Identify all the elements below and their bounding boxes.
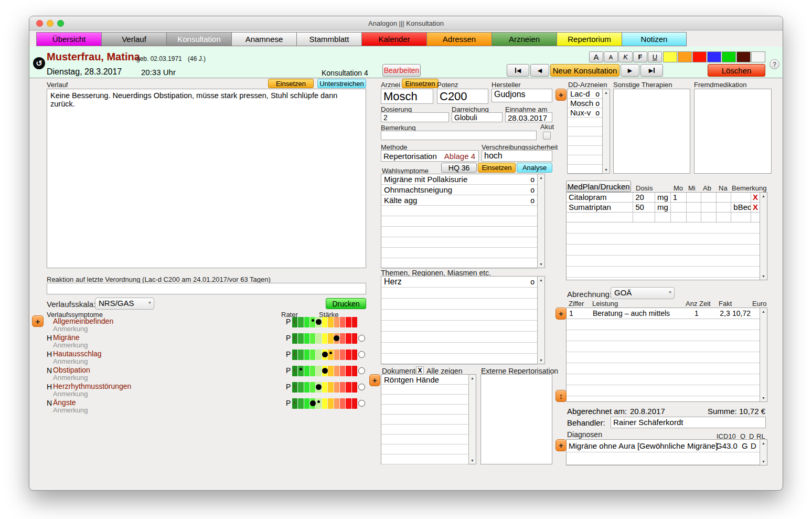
- scroll-up-icon[interactable]: ▲: [538, 277, 544, 283]
- scale-cell[interactable]: [328, 349, 333, 360]
- scroll-down-icon[interactable]: ▼: [538, 261, 544, 267]
- scale-cell[interactable]: [328, 382, 333, 393]
- severity-scale[interactable]: 1: [292, 333, 357, 344]
- arznei-einsetzen-button[interactable]: Einsetzen: [402, 79, 439, 88]
- tab-konsultation[interactable]: Konsultation: [166, 32, 231, 46]
- scale-cell[interactable]: [346, 349, 351, 360]
- help-button[interactable]: ?: [770, 59, 779, 69]
- scale-cell[interactable]: [340, 333, 345, 344]
- tab-kalender[interactable]: Kalender: [361, 32, 426, 46]
- scale-cell[interactable]: [352, 333, 357, 344]
- scale-cell[interactable]: [304, 382, 309, 393]
- arznei-field[interactable]: Mosch: [381, 89, 433, 104]
- methode-field[interactable]: Repertorisation Ablage 4: [381, 150, 479, 162]
- scale-cell[interactable]: [304, 317, 309, 327]
- list-item[interactable]: Lac-do: [568, 89, 602, 99]
- scale-cell[interactable]: 1: [292, 382, 297, 393]
- tab-adressen[interactable]: Adressen: [426, 32, 492, 46]
- neue-konsultation-button[interactable]: Neue Konsultation: [550, 64, 619, 77]
- scroll-down-icon[interactable]: ▼: [538, 357, 544, 363]
- symptom-name[interactable]: Hautausschlag: [53, 349, 102, 358]
- scrollbar[interactable]: ▲▼: [760, 308, 767, 401]
- list-item[interactable]: Ohnmachtsneigungo: [381, 185, 537, 195]
- bearbeiten-button[interactable]: Bearbeiten: [382, 64, 421, 77]
- add-leistung-button[interactable]: +: [555, 308, 567, 320]
- format-large-button[interactable]: A: [589, 51, 603, 62]
- hersteller-field[interactable]: Gudjons: [492, 89, 552, 102]
- tab-repertorium[interactable]: Repertorium: [557, 32, 622, 46]
- nav-previous-button[interactable]: ◀: [530, 64, 549, 77]
- scrollbar[interactable]: ▲▼: [537, 277, 544, 364]
- severity-scale[interactable]: 1: [292, 366, 357, 376]
- scrollbar[interactable]: ▲▼: [537, 174, 544, 268]
- verlauf-textarea[interactable]: Keine Besserung. Neuerdings Obstipation,…: [47, 89, 366, 268]
- darreichung-field[interactable]: Globuli: [452, 112, 503, 122]
- scale-cell[interactable]: [298, 317, 303, 327]
- tab-notizen[interactable]: Notizen: [622, 32, 687, 46]
- scale-cell[interactable]: [298, 366, 303, 376]
- rating-dot-current[interactable]: [322, 352, 328, 357]
- scale-cell[interactable]: [334, 349, 339, 360]
- scale-cell[interactable]: [322, 382, 327, 393]
- tab-anamnese[interactable]: Anamnese: [231, 32, 296, 46]
- symptom-note[interactable]: Anmerkung: [53, 390, 88, 398]
- format-bold-button[interactable]: F: [633, 51, 647, 62]
- verlauf-unterstreichen-button[interactable]: Unterstreichen: [317, 79, 366, 88]
- symptom-note[interactable]: Anmerkung: [53, 374, 88, 382]
- rating-dot-current[interactable]: [322, 368, 328, 374]
- table-row[interactable]: Citalopram20mg1X: [567, 193, 760, 203]
- scale-cell[interactable]: 1: [292, 349, 297, 360]
- scrollbar[interactable]: ▲▼: [760, 193, 767, 280]
- scale-cell[interactable]: [352, 366, 357, 376]
- nav-first-button[interactable]: ◀: [507, 64, 529, 77]
- scrollbar[interactable]: ▲▼: [602, 89, 610, 173]
- scale-cell[interactable]: [298, 333, 303, 344]
- list-item[interactable]: Moscho: [568, 99, 602, 108]
- symptom-name[interactable]: Herzrhythmusstörungen: [53, 382, 131, 390]
- scale-cell[interactable]: [334, 382, 339, 393]
- tab-verlauf[interactable]: Verlauf: [101, 32, 166, 46]
- symptom-radio[interactable]: [358, 384, 365, 390]
- loeschen-button[interactable]: Löschen: [708, 64, 765, 77]
- akut-checkbox[interactable]: [543, 132, 551, 140]
- scale-cell[interactable]: 1: [292, 333, 297, 344]
- format-underline-button[interactable]: U: [648, 51, 662, 62]
- symptom-note[interactable]: Anmerkung: [53, 341, 88, 349]
- scale-cell[interactable]: [340, 366, 345, 376]
- scale-cell[interactable]: [322, 398, 327, 409]
- format-small-button[interactable]: A: [604, 51, 618, 62]
- scale-cell[interactable]: [304, 349, 309, 360]
- symptom-name[interactable]: Allgemeinbefinden: [53, 317, 113, 325]
- scale-cell[interactable]: [316, 333, 321, 344]
- color-swatch-1[interactable]: [678, 51, 692, 62]
- severity-scale[interactable]: 1: [292, 349, 357, 360]
- externe-repertorisation-box[interactable]: [480, 374, 552, 464]
- remove-icon[interactable]: X: [751, 193, 760, 202]
- format-italic-button[interactable]: K: [618, 51, 633, 62]
- dosierung-field[interactable]: 2: [381, 112, 449, 122]
- scale-cell[interactable]: 1: [292, 317, 297, 327]
- wahl-einsetzen-button[interactable]: Einsetzen: [478, 163, 516, 173]
- scroll-down-icon[interactable]: ▼: [469, 458, 476, 463]
- symptom-radio[interactable]: [358, 351, 365, 358]
- scale-cell[interactable]: 1: [292, 398, 297, 409]
- scroll-down-icon[interactable]: ▼: [603, 167, 610, 173]
- hq36-button[interactable]: HQ 36: [441, 163, 477, 173]
- scale-cell[interactable]: [298, 382, 303, 393]
- scroll-down-icon[interactable]: ▼: [760, 459, 767, 464]
- symptom-radio[interactable]: [358, 335, 365, 342]
- severity-scale[interactable]: 1: [292, 398, 357, 409]
- zoom-button[interactable]: [57, 20, 64, 27]
- scale-cell[interactable]: [340, 382, 345, 393]
- scale-cell[interactable]: [340, 317, 345, 327]
- tab-arzneien[interactable]: Arzneien: [492, 32, 557, 46]
- list-item[interactable]: Herzo: [381, 277, 537, 288]
- list-item[interactable]: Röntgen Hände: [381, 375, 468, 385]
- color-swatch-5[interactable]: [736, 51, 751, 62]
- color-swatch-6[interactable]: [751, 51, 765, 62]
- scale-cell[interactable]: [352, 349, 357, 360]
- scale-cell[interactable]: [298, 398, 303, 409]
- symptom-name[interactable]: Ängste: [53, 398, 76, 407]
- symptom-name[interactable]: Migräne: [53, 333, 80, 342]
- symptom-note[interactable]: Anmerkung: [53, 406, 88, 414]
